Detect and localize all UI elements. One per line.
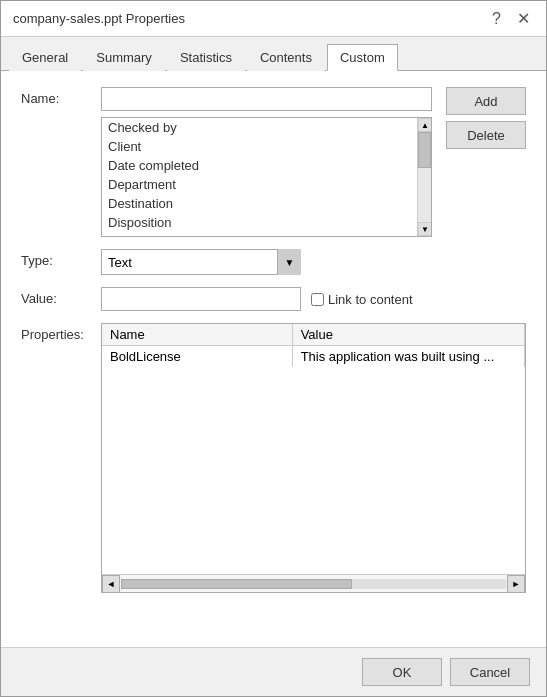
tab-custom[interactable]: Custom [327,44,398,71]
name-row: Name: Checked by Client Date completed D… [21,87,526,237]
list-item[interactable]: Destination [102,194,417,213]
type-select-wrapper: Text Date Number Yes or no ▼ [101,249,301,275]
list-item[interactable]: Disposition [102,213,417,232]
tab-contents[interactable]: Contents [247,44,325,71]
table-header-row: Name Value [102,324,525,346]
add-button[interactable]: Add [446,87,526,115]
properties-label: Properties: [21,323,91,342]
type-select[interactable]: Text Date Number Yes or no [101,249,301,275]
col-header-value: Value [292,324,524,346]
horizontal-scrollbar[interactable]: ◄ ► [102,574,525,592]
scroll-right-arrow[interactable]: ► [507,575,525,593]
list-item[interactable]: Department [102,175,417,194]
close-button[interactable]: ✕ [513,9,534,29]
horiz-scroll-thumb[interactable] [121,579,352,589]
prop-value-cell: This application was built using ... [292,346,524,368]
value-label: Value: [21,287,91,306]
help-button[interactable]: ? [488,9,505,29]
prop-name-cell: BoldLicense [102,346,292,368]
horiz-scroll-track[interactable] [121,579,506,589]
delete-button[interactable]: Delete [446,121,526,149]
col-header-name: Name [102,324,292,346]
title-bar: company-sales.ppt Properties ? ✕ [1,1,546,37]
value-input[interactable] [101,287,301,311]
tab-summary[interactable]: Summary [83,44,165,71]
title-actions: ? ✕ [488,9,534,29]
listbox-content: Checked by Client Date completed Departm… [102,118,417,236]
dialog: company-sales.ppt Properties ? ✕ General… [0,0,547,697]
list-item[interactable]: Client [102,137,417,156]
link-to-content-label[interactable]: Link to content [311,292,413,307]
type-row: Type: Text Date Number Yes or no ▼ [21,249,526,275]
type-label: Type: [21,249,91,268]
props-scroll-area[interactable]: Name Value BoldLicense This application … [102,324,525,574]
scroll-thumb[interactable] [418,132,431,168]
cancel-button[interactable]: Cancel [450,658,530,686]
properties-area: Name Value BoldLicense This application … [101,323,526,593]
ok-button[interactable]: OK [362,658,442,686]
vertical-scrollbar[interactable]: ▲ ▼ [417,118,431,236]
link-to-content-checkbox[interactable] [311,293,324,306]
dialog-title: company-sales.ppt Properties [13,11,185,26]
scroll-down-arrow[interactable]: ▼ [418,222,432,236]
scroll-left-arrow[interactable]: ◄ [102,575,120,593]
table-row[interactable]: BoldLicense This application was built u… [102,346,525,368]
scroll-track[interactable] [418,132,431,222]
value-controls: Link to content [101,287,413,311]
name-listbox[interactable]: Checked by Client Date completed Departm… [101,117,432,237]
tab-general[interactable]: General [9,44,81,71]
link-to-content-text: Link to content [328,292,413,307]
tab-content: Name: Checked by Client Date completed D… [1,71,546,647]
value-row: Value: Link to content [21,287,526,311]
tab-bar: General Summary Statistics Contents Cust… [1,37,546,71]
dialog-footer: OK Cancel [1,647,546,696]
scroll-up-arrow[interactable]: ▲ [418,118,432,132]
properties-row: Properties: Name Value [21,323,526,593]
name-input[interactable] [101,87,432,111]
tab-statistics[interactable]: Statistics [167,44,245,71]
properties-table: Name Value BoldLicense This application … [102,324,525,367]
properties-table-wrapper: Name Value BoldLicense This application … [101,323,526,593]
name-label: Name: [21,87,91,106]
list-item[interactable]: Date completed [102,156,417,175]
action-buttons: Add Delete [446,87,526,149]
list-item[interactable]: Checked by [102,118,417,137]
